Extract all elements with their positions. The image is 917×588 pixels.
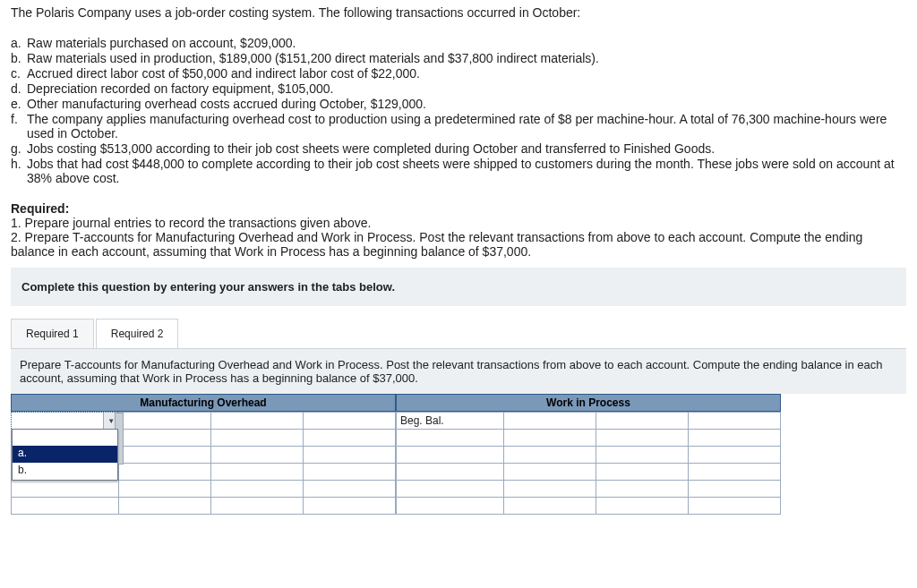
moh-cell[interactable] [119,464,211,481]
wip-cell[interactable] [397,430,504,447]
t-account-wip: Beg. Bal. [396,412,781,515]
moh-cell[interactable] [211,498,304,515]
moh-cell[interactable] [211,464,304,481]
wip-cell[interactable] [596,481,689,498]
wip-cell[interactable] [689,498,781,515]
list-item: d.Depreciation recorded on factory equip… [11,81,906,96]
wip-cell[interactable] [689,413,781,430]
wip-cell[interactable] [689,481,781,498]
moh-cell[interactable] [304,413,396,430]
moh-cell[interactable] [211,481,304,498]
moh-cell[interactable] [304,481,396,498]
moh-cell[interactable] [211,430,304,447]
wip-cell[interactable] [397,481,504,498]
wip-cell[interactable] [504,430,596,447]
moh-cell[interactable] [119,447,211,464]
moh-cell[interactable] [119,413,211,430]
wip-cell[interactable] [504,447,596,464]
dropdown-option-b[interactable]: b. [13,463,117,480]
t-account-moh: ▼ a. b. [11,412,396,515]
wip-cell[interactable] [504,498,596,515]
wip-begbal-label: Beg. Bal. [397,413,504,430]
required-line-2: 2. Prepare T-accounts for Manufacturing … [11,230,906,259]
moh-cell[interactable] [119,430,211,447]
list-item: c.Accrued direct labor cost of $50,000 a… [11,66,906,81]
wip-cell[interactable] [397,498,504,515]
list-item: g.Jobs costing $513,000 according to the… [11,141,906,156]
wip-cell[interactable] [689,447,781,464]
wip-cell[interactable] [596,498,689,515]
list-item: e.Other manufacturing overhead costs acc… [11,97,906,111]
required-heading: Required: [11,201,906,216]
moh-cell[interactable] [119,481,211,498]
wip-cell[interactable] [689,464,781,481]
wip-cell[interactable] [397,464,504,481]
moh-cell[interactable] [119,498,211,515]
list-item: b.Raw materials used in production, $189… [11,51,906,65]
wip-cell[interactable] [504,464,596,481]
dropdown-option-a[interactable]: a. [13,446,117,463]
moh-cell[interactable] [304,498,396,515]
moh-cell[interactable] [304,464,396,481]
moh-cell[interactable] [211,447,304,464]
dropdown-option-blank[interactable] [13,430,117,446]
tab-description: Prepare T-accounts for Manufacturing Ove… [11,348,906,394]
list-item: f.The company applies manufacturing over… [11,112,906,141]
wip-cell[interactable] [689,430,781,447]
wip-cell[interactable] [596,430,689,447]
wip-cell[interactable] [596,464,689,481]
moh-cell[interactable] [304,430,396,447]
wip-cell[interactable] [596,447,689,464]
moh-cell[interactable] [304,447,396,464]
wip-cell[interactable] [596,413,689,430]
moh-row1-label-dropdown[interactable]: ▼ a. b. [12,413,119,430]
wip-cell[interactable] [397,447,504,464]
list-item: a.Raw materials purchased on account, $2… [11,36,906,50]
tab-required-1[interactable]: Required 1 [11,319,94,348]
instruction-bar: Complete this question by entering your … [11,268,906,306]
t-account-header-moh: Manufacturing Overhead [11,394,396,412]
transaction-list: a.Raw materials purchased on account, $2… [11,36,906,185]
list-item: h.Jobs that had cost $448,000 to complet… [11,157,906,185]
moh-dropdown-options[interactable]: a. b. [12,429,118,481]
problem-intro: The Polaris Company uses a job-order cos… [11,5,906,20]
wip-cell[interactable] [504,481,596,498]
t-account-header-wip: Work in Process [396,394,781,412]
required-line-1: 1. Prepare journal entries to record the… [11,216,906,230]
wip-cell[interactable] [504,413,596,430]
tab-required-2[interactable]: Required 2 [96,319,179,348]
moh-cell[interactable] [211,413,304,430]
